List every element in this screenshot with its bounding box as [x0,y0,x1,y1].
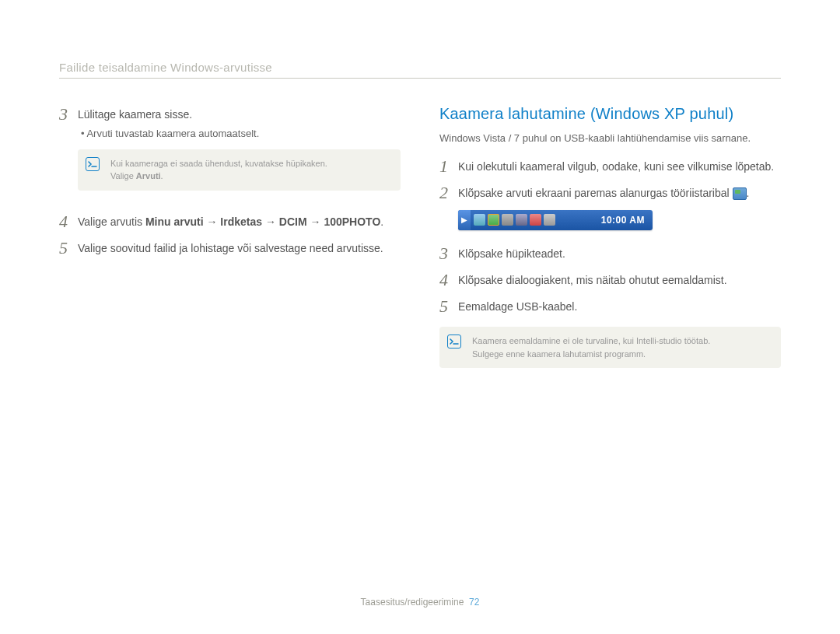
tray-icon[interactable] [502,214,513,226]
step-4: 4 Valige arvutis Minu arvuti → Irdketas … [59,212,401,231]
note-text: Kui kaameraga ei saada ühendust, kuvatak… [110,157,391,183]
step-number: 4 [439,271,452,289]
step-4-pre: Valige arvutis [78,215,145,228]
tray-icon[interactable] [544,214,555,226]
r-step-3: 3 Klõpsake hüpikteadet. [439,244,781,263]
step-4-post: . [380,215,383,228]
note1-line1: Kui kaameraga ei saada ühendust, kuvatak… [110,159,327,168]
r-step-1: 1 Kui olekutuli kaameral vilgub, oodake,… [439,157,781,176]
note1-line2c: . [161,171,163,180]
page-number: 72 [469,597,479,608]
step-text: Kui olekutuli kaameral vilgub, oodake, k… [458,157,781,176]
left-column: 3 Lülitage kaamera sisse. Arvuti tuvasta… [59,105,401,382]
section-title: Kaamera lahutamine (Windows XP puhul) [439,105,781,123]
step-number: 5 [439,297,452,316]
step-text: Valige soovitud failid ja lohistage või … [78,239,401,257]
tray-icon[interactable] [516,214,527,226]
step-text: Klõpsake arvuti ekraani paremas alanurga… [458,184,781,202]
r-step-2a: Klõpsake arvuti ekraani paremas alanurga… [458,187,733,199]
step-text: Eemaldage USB-kaabel. [458,297,781,316]
r-step-5: 5 Eemaldage USB-kaabel. [439,297,781,316]
page-header: Failide teisaldamine Windows-arvutisse [59,61,272,74]
step-text: Lülitage kaamera sisse. Arvuti tuvastab … [78,105,401,205]
page-footer: Taasesitus/redigeerimine 72 [0,597,840,608]
note-icon [447,335,461,349]
note2-line2: Sulgege enne kaamera lahutamist programm… [472,349,646,359]
section-intro: Windows Vista / 7 puhul on USB-kaabli la… [439,131,781,146]
note-text: Kaamera eemaldamine ei ole turvaline, ku… [472,335,772,360]
header-rule [59,78,781,79]
note1-line2a: Valige [110,171,136,180]
windows-taskbar: ▶ 10:00 AM [458,210,653,230]
step-3: 3 Lülitage kaamera sisse. Arvuti tuvasta… [59,105,401,205]
r-step-2: 2 Klõpsake arvuti ekraani paremas alanur… [439,184,781,202]
taskbar-clock: 10:00 AM [601,215,653,226]
note2-line1: Kaamera eemaldamine ei ole turvaline, ku… [472,336,710,345]
note-box: Kui kaameraga ei saada ühendust, kuvatak… [78,149,401,191]
right-column: Kaamera lahutamine (Windows XP puhul) Wi… [439,105,781,382]
step-3-text: Lülitage kaamera sisse. [78,108,192,121]
tray-icon[interactable] [474,214,485,226]
step-number: 3 [439,244,452,263]
step-text: Klõpsake hüpikteadet. [458,244,781,263]
note1-line2b: Arvuti [136,171,161,180]
step-number: 5 [59,239,72,257]
step-number: 3 [59,105,72,205]
taskbar-expand-icon[interactable]: ▶ [458,210,471,230]
step-number: 1 [439,157,452,176]
step-5: 5 Valige soovitud failid ja lohistage võ… [59,239,401,257]
footer-label: Taasesitus/redigeerimine [361,597,464,608]
step-4-bold: Minu arvuti → Irdketas → DCIM → 100PHOTO [145,215,380,228]
system-tray [471,214,558,226]
step-number: 2 [439,184,452,202]
step-number: 4 [59,212,72,231]
step-text: Klõpsake dialoogiakent, mis näitab ohutu… [458,271,781,289]
step-text: Valige arvutis Minu arvuti → Irdketas → … [78,212,401,231]
step-3-bullet: Arvuti tuvastab kaamera automaatselt. [81,126,401,142]
safely-remove-icon [733,187,747,200]
note-icon [86,157,100,171]
r-step-2b: . [747,187,750,199]
note-box: Kaamera eemaldamine ei ole turvaline, ku… [439,327,781,368]
safely-remove-tray-icon[interactable] [488,214,499,226]
tray-volume-icon[interactable] [530,214,541,226]
r-step-4: 4 Klõpsake dialoogiakent, mis näitab ohu… [439,271,781,289]
